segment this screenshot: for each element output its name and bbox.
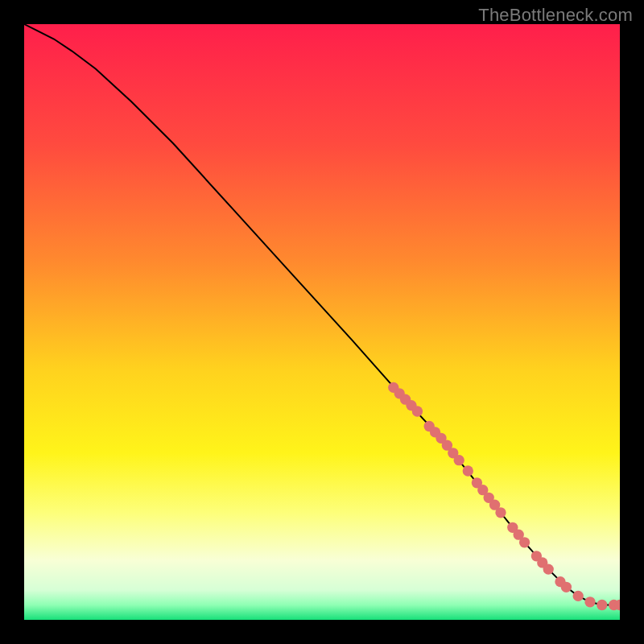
highlight-point	[573, 591, 584, 601]
highlight-point	[454, 455, 464, 465]
highlight-point	[543, 564, 554, 574]
chart-background	[24, 24, 620, 620]
highlight-point	[495, 507, 506, 518]
chart-plot-area	[24, 24, 620, 620]
chart-frame: TheBottleneck.com	[0, 0, 644, 644]
highlight-point	[463, 465, 473, 476]
chart-svg	[24, 24, 620, 620]
highlight-point	[597, 600, 607, 610]
highlight-point	[412, 406, 423, 416]
highlight-point	[561, 582, 572, 592]
highlight-point	[519, 537, 530, 547]
highlight-point	[584, 597, 595, 607]
watermark-text: TheBottleneck.com	[478, 5, 633, 26]
